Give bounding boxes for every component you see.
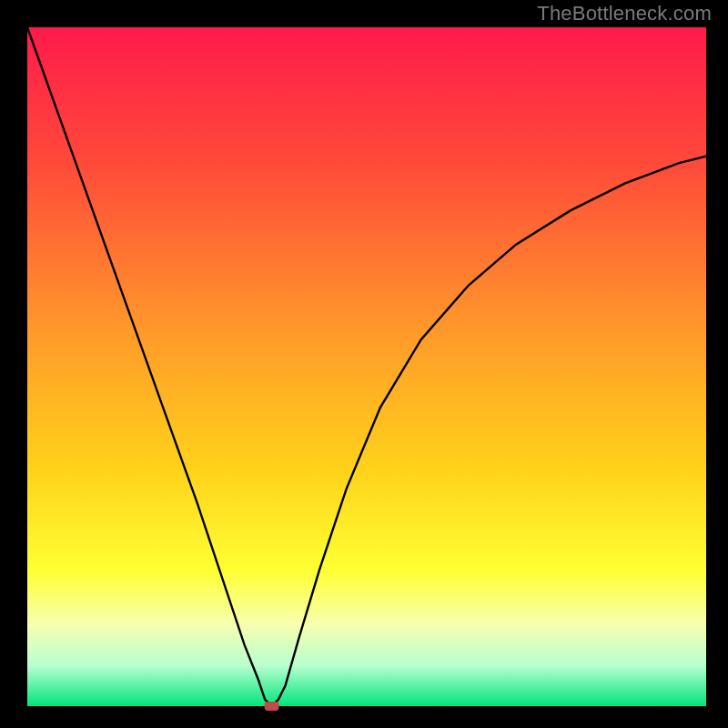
plot-background	[27, 27, 706, 706]
chart-frame: TheBottleneck.com	[0, 0, 728, 728]
bottleneck-chart	[0, 0, 728, 728]
optimal-point-marker	[265, 702, 279, 711]
